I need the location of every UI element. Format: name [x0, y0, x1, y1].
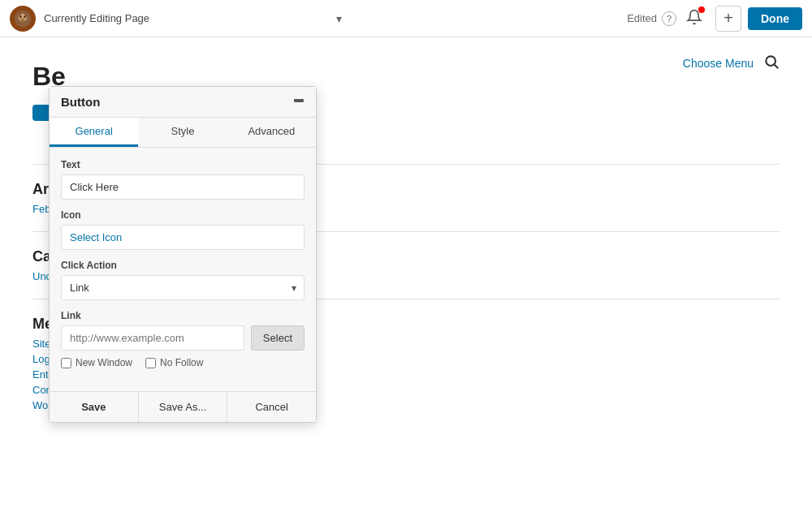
topbar-title: Currently Editing Page [44, 12, 330, 24]
svg-point-7 [766, 56, 775, 66]
save-button[interactable]: Save [50, 392, 139, 422]
page-content: Choose Menu Be Arc Febr Cat Unc Me Site … [0, 37, 812, 525]
done-button[interactable]: Done [748, 7, 802, 30]
dialog-body: Text Icon Select Icon Click Action Link … [50, 148, 316, 391]
tab-style[interactable]: Style [138, 118, 227, 147]
choose-menu-link[interactable]: Choose Menu [683, 57, 754, 70]
svg-point-6 [24, 11, 28, 16]
dialog-header: Button [50, 87, 316, 118]
svg-rect-9 [294, 99, 304, 102]
no-follow-checkbox[interactable] [145, 358, 156, 368]
text-input[interactable] [61, 174, 304, 200]
click-action-label: Click Action [61, 260, 304, 271]
cancel-button[interactable]: Cancel [227, 392, 316, 422]
link-field-label: Link [61, 310, 304, 321]
no-follow-text: No Follow [160, 357, 203, 368]
search-icon[interactable] [763, 54, 780, 72]
dialog-footer: Save Save As... Cancel [50, 391, 316, 422]
tab-general[interactable]: General [50, 118, 138, 147]
save-as-button[interactable]: Save As... [139, 392, 228, 422]
link-row: Select [61, 325, 304, 351]
notifications-bell[interactable] [686, 9, 702, 28]
text-field-label: Text [61, 159, 304, 170]
svg-line-8 [775, 65, 779, 69]
link-select-button[interactable]: Select [251, 325, 304, 351]
add-button[interactable]: + [715, 6, 741, 32]
main-area: Choose Menu Be Arc Febr Cat Unc Me Site … [0, 37, 812, 525]
select-icon-link[interactable]: Select Icon [70, 231, 122, 243]
checkbox-row: New Window No Follow [61, 357, 304, 368]
dialog-title: Button [61, 95, 100, 109]
dialog-tabs: General Style Advanced [50, 118, 316, 148]
svg-point-4 [21, 19, 24, 21]
menu-area: Choose Menu [683, 54, 780, 72]
tab-advanced[interactable]: Advanced [227, 118, 316, 147]
new-window-checkbox[interactable] [61, 358, 71, 368]
notification-dot [698, 6, 705, 13]
click-action-select[interactable]: Link Page Anchor Email [61, 275, 304, 300]
no-follow-label[interactable]: No Follow [145, 357, 203, 368]
icon-field-label: Icon [61, 209, 304, 221]
site-logo[interactable] [10, 6, 36, 32]
button-dialog: Button General Style Advanced Text [49, 86, 317, 423]
svg-point-5 [18, 11, 21, 16]
minimize-icon[interactable] [293, 95, 304, 109]
topbar: Currently Editing Page ▾ Edited ? + Done [0, 0, 812, 37]
click-action-dropdown-wrapper: Link Page Anchor Email ▾ [61, 275, 304, 300]
edited-status: Edited [627, 12, 657, 24]
new-window-text: New Window [76, 357, 132, 368]
icon-select-box: Select Icon [61, 225, 304, 250]
link-input[interactable] [61, 325, 244, 351]
new-window-label[interactable]: New Window [61, 357, 132, 368]
chevron-down-icon[interactable]: ▾ [336, 12, 342, 25]
help-icon[interactable]: ? [662, 11, 676, 26]
